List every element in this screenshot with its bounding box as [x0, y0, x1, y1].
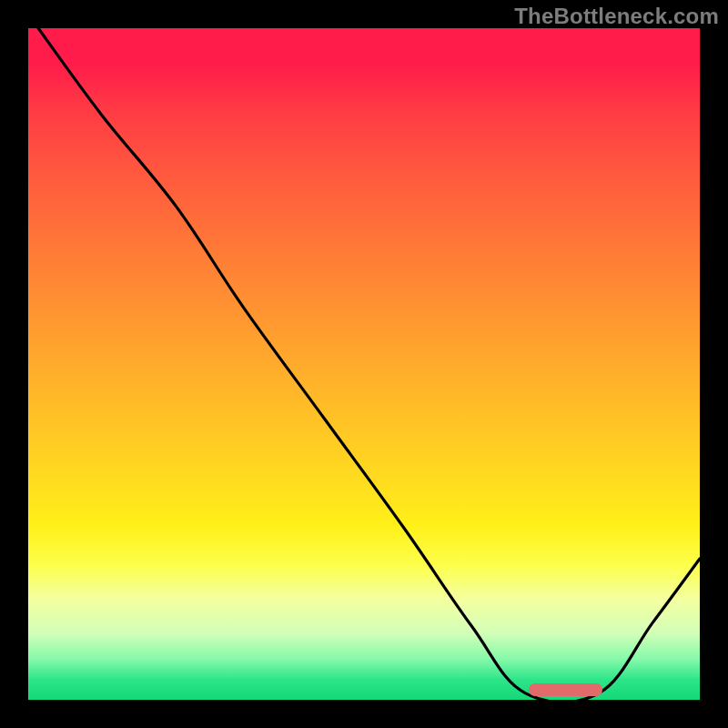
curve-path [38, 28, 700, 700]
plot-area [28, 28, 700, 700]
watermark-text: TheBottleneck.com [514, 4, 719, 29]
chart-frame: TheBottleneck.com [0, 0, 728, 728]
valley-marker [529, 683, 602, 696]
bottleneck-curve [28, 28, 700, 700]
